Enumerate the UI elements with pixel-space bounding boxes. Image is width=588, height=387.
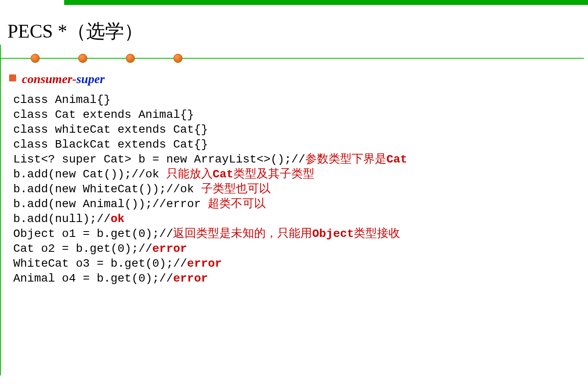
subtitle-consumer: consumer (22, 72, 72, 86)
slide: PECS *（选学） consumer-super class Animal{}… (0, 0, 588, 387)
subtitle-super: super (77, 72, 105, 86)
horizontal-line (0, 58, 584, 59)
decorative-dot-icon (31, 54, 40, 63)
bullet-icon (9, 74, 16, 81)
code-line: b.add(new WhiteCat());//ok 子类型也可以 (13, 182, 407, 197)
code-block: class Animal{}class Cat extends Animal{}… (13, 93, 407, 286)
code-line: WhiteCat o3 = b.get(0);//error (13, 256, 407, 271)
code-line: class whiteCat extends Cat{} (13, 122, 407, 137)
divider (0, 53, 584, 65)
code-line: class BlackCat extends Cat{} (13, 137, 407, 152)
decorative-dot-icon (78, 54, 87, 63)
top-accent-bar (64, 0, 588, 5)
code-line: b.add(new Cat());//ok 只能放入Cat类型及其子类型 (13, 167, 407, 182)
code-line: Object o1 = b.get(0);//返回类型是未知的，只能用Objec… (13, 227, 407, 241)
code-line: b.add(new Animal());//error 超类不可以 (13, 197, 407, 212)
code-line: List<? super Cat> b = new ArrayList<>();… (13, 152, 407, 167)
subtitle-dash: - (72, 72, 77, 86)
slide-title: PECS *（选学） (7, 19, 143, 44)
subtitle-row: consumer-super (9, 72, 105, 86)
code-line: Animal o4 = b.get(0);//error (13, 271, 407, 286)
code-line: class Cat extends Animal{} (13, 108, 407, 122)
code-line: Cat o2 = b.get(0);//error (13, 241, 407, 256)
left-vertical-line (0, 45, 4, 375)
code-line: b.add(null);//ok (13, 212, 407, 227)
subtitle-text: consumer-super (22, 72, 105, 86)
code-line: class Animal{} (13, 93, 407, 108)
decorative-dot-icon (126, 54, 135, 63)
decorative-dot-icon (173, 54, 182, 63)
